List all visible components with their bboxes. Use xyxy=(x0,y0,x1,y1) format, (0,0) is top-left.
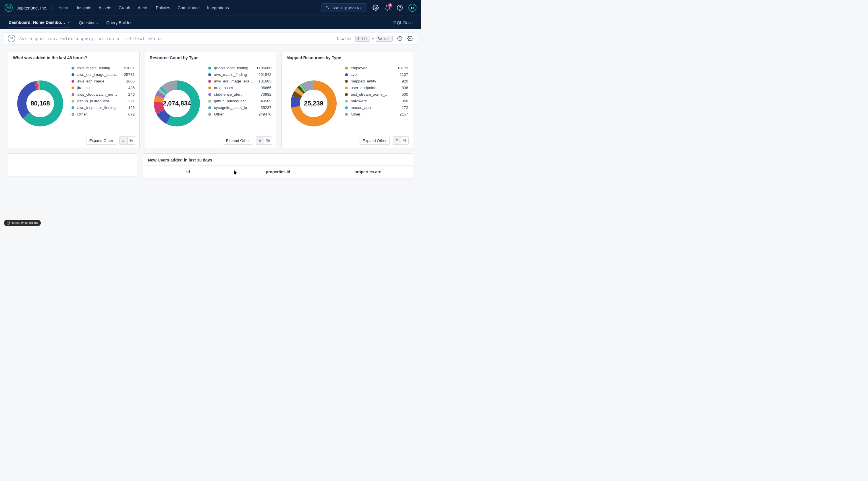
legend-dot xyxy=(71,113,74,116)
legend-dot xyxy=(208,93,211,96)
legend-row[interactable]: aws_ecr_image_scan… 25781 xyxy=(71,71,135,78)
legend-row[interactable]: Other 249470 xyxy=(208,111,272,118)
j1ql-docs-link[interactable]: J1QL Docs xyxy=(393,21,412,25)
ask-j1-label: Ask J1 (Cmd+K) xyxy=(332,6,361,10)
expand-other-button[interactable]: Expand Other xyxy=(86,137,116,145)
legend-row[interactable]: employee 18179 xyxy=(345,65,408,71)
brand-logo[interactable] xyxy=(5,4,13,12)
legend-value: 436 xyxy=(128,86,135,90)
cards-row: What was added in the last 48 hours?80,1… xyxy=(0,47,421,149)
legend-row[interactable]: jira_issue 436 xyxy=(71,85,135,91)
legend-name: github_pullrequest xyxy=(214,99,257,103)
legend-row[interactable]: qualys_host_finding 1195666 xyxy=(208,65,272,71)
ask-j1-box[interactable]: Ask J1 (Cmd+K) xyxy=(321,3,367,12)
history-icon[interactable] xyxy=(397,35,403,42)
help-icon[interactable] xyxy=(396,4,403,11)
nav-graph[interactable]: Graph xyxy=(119,5,130,10)
percent-toggle[interactable]: % xyxy=(401,137,409,145)
notification-badge: 4 xyxy=(388,3,392,7)
nav-compliance[interactable]: Compliance xyxy=(178,5,199,10)
nav-assets[interactable]: Assets xyxy=(99,5,112,10)
legend-row[interactable]: aws_ecr_image 1605 xyxy=(71,78,135,85)
legend-value: 172 xyxy=(402,106,408,110)
search-bar[interactable]: Ask a question, enter a query, or run a … xyxy=(4,32,417,45)
legend-row[interactable]: Other 2157 xyxy=(345,111,408,118)
col-id[interactable]: id xyxy=(143,166,233,178)
card-title: What was added in the last 48 hours? xyxy=(8,52,139,63)
card-footer: Expand Other # % xyxy=(8,133,139,149)
count-toggle[interactable]: # xyxy=(119,137,127,145)
query-builder-tab[interactable]: Query Builder xyxy=(106,18,132,28)
legend-row[interactable]: mapped_entity 920 xyxy=(345,78,408,85)
legend-name: github_pullrequest xyxy=(77,99,125,103)
expand-other-button[interactable]: Expand Other xyxy=(360,137,390,145)
legend-name: employee xyxy=(351,66,394,70)
legend-dot xyxy=(345,113,348,116)
legend-value: 181683 xyxy=(258,79,272,83)
legend-dot xyxy=(71,106,74,109)
legend-row[interactable]: github_pullrequest 40589 xyxy=(208,98,272,104)
legend-dot xyxy=(345,87,348,89)
nav-policies[interactable]: Policies xyxy=(156,5,170,10)
expand-other-button[interactable]: Expand Other xyxy=(223,137,253,145)
legend-value: 1605 xyxy=(126,79,135,83)
settings-icon[interactable] xyxy=(372,4,379,11)
new-users-card: New Users added in last 30 days id prope… xyxy=(143,153,413,178)
legend-name: test_stream_acme_… xyxy=(351,92,398,96)
legend-row[interactable]: cbdefense_alert 73982 xyxy=(208,91,272,98)
count-toggle[interactable]: # xyxy=(256,137,264,145)
legend-row[interactable]: macos_app 172 xyxy=(345,104,408,111)
legend-row[interactable]: cve 2107 xyxy=(345,71,408,78)
legend-row[interactable]: aws_macie_finding 201542 xyxy=(208,71,272,78)
card-footer: Expand Other # % xyxy=(145,133,276,149)
bottom-row: New Users added in last 30 days id prope… xyxy=(0,149,421,178)
legend-row[interactable]: aws_inspector_finding 126 xyxy=(71,104,135,111)
legend-row[interactable]: test_stream_acme_… 500 xyxy=(345,91,408,98)
svg-point-2 xyxy=(375,7,377,9)
legend-dot xyxy=(208,87,211,89)
questions-tab[interactable]: Questions xyxy=(79,18,98,28)
nav-integrations[interactable]: Integrations xyxy=(207,5,229,10)
donut-total: 25,239 xyxy=(304,100,323,107)
card-title: Resource Count by Type xyxy=(145,52,276,63)
legend-row[interactable]: cycognito_asset_ip 35237 xyxy=(208,104,272,111)
legend-row[interactable]: Other 672 xyxy=(71,111,135,118)
dashboard-tab[interactable]: Dashboard: Home Dashbo… xyxy=(9,17,70,28)
legend-row[interactable]: orca_asset 96665 xyxy=(208,85,272,91)
legend-row[interactable]: aws_ecr_image_scan… 181683 xyxy=(208,78,272,85)
percent-toggle[interactable]: % xyxy=(264,137,272,145)
legend-dot xyxy=(208,106,211,109)
legend-row[interactable]: hardware 368 xyxy=(345,98,408,104)
search-settings-icon[interactable] xyxy=(407,35,413,42)
query-icon xyxy=(8,35,15,42)
user-avatar[interactable]: D xyxy=(408,4,416,12)
legend-dot xyxy=(208,67,211,69)
legend-row[interactable]: aws_cloudwatch_me… 246 xyxy=(71,91,135,98)
brand-name[interactable]: JupiterOne, Inc. xyxy=(17,5,53,10)
notifications-icon[interactable]: 4 xyxy=(384,4,391,11)
col-properties-id[interactable]: properties.id xyxy=(233,166,323,178)
legend-value: 201542 xyxy=(258,72,272,77)
legend-name: cve xyxy=(351,72,396,77)
col-properties-arn[interactable]: properties.arn xyxy=(323,166,413,178)
card-footer: Expand Other # % xyxy=(282,133,413,149)
legend: aws_macie_finding 51081 aws_ecr_image_sc… xyxy=(71,65,135,118)
donut-total: 2,074,834 xyxy=(163,100,191,107)
newline-hint: New Line: Shift + Return xyxy=(337,36,393,42)
legend-row[interactable]: aws_macie_finding 51081 xyxy=(71,65,135,71)
legend-value: 126 xyxy=(128,106,135,110)
count-toggle[interactable]: # xyxy=(393,137,401,145)
legend-row[interactable]: user_endpoint 836 xyxy=(345,85,408,91)
legend-dot xyxy=(71,80,74,83)
percent-toggle[interactable]: % xyxy=(127,137,135,145)
nav-insights[interactable]: Insights xyxy=(77,5,91,10)
card-body: 25,239 employee 18179 cve 2107 mapped_en… xyxy=(282,63,413,133)
nav-home[interactable]: Home xyxy=(58,5,69,10)
legend-name: Other xyxy=(351,112,396,116)
legend-dot xyxy=(208,80,211,83)
legend-row[interactable]: github_pullrequest 221 xyxy=(71,98,135,104)
nav-alerts[interactable]: Alerts xyxy=(137,5,148,10)
card-body: 2,074,834 qualys_host_finding 1195666 aw… xyxy=(145,63,276,133)
legend-name: aws_ecr_image_scan… xyxy=(214,79,255,83)
legend-name: cbdefense_alert xyxy=(214,92,257,96)
